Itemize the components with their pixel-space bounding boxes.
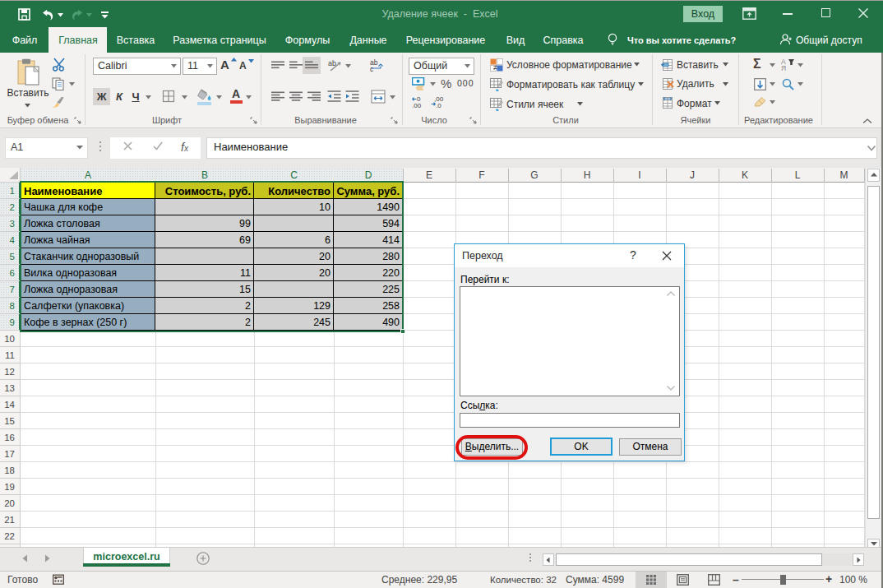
svg-text:≠: ≠: [493, 63, 497, 72]
svg-text:Я: Я: [781, 64, 786, 72]
svg-text:,0: ,0: [436, 102, 442, 109]
svg-text:,00: ,00: [412, 102, 422, 109]
